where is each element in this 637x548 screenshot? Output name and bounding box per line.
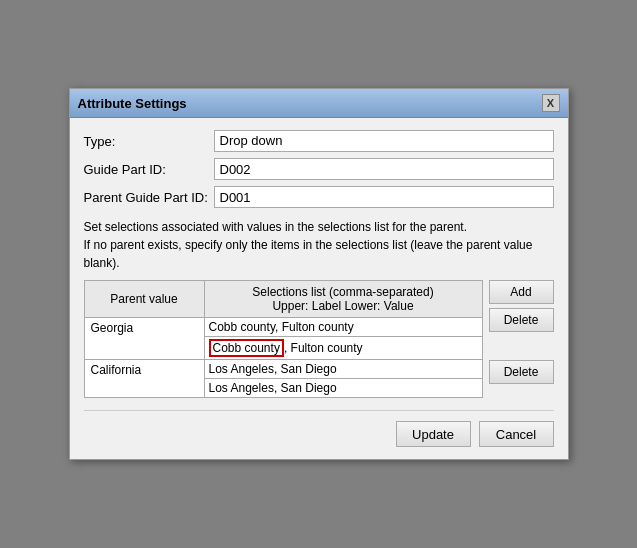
lower-selection-cell[interactable]: Cobb county, Fulton county	[204, 337, 482, 360]
type-label: Type:	[84, 134, 214, 149]
georgia-upper-input[interactable]	[209, 320, 478, 334]
footer: Update Cancel	[70, 411, 568, 459]
table-row: Georgia	[84, 318, 482, 337]
upper-selection-cell[interactable]	[204, 318, 482, 337]
table-container: Parent value Selections list (comma-sepa…	[84, 280, 554, 398]
dialog-title: Attribute Settings	[78, 96, 187, 111]
guide-part-id-input[interactable]	[214, 158, 554, 180]
parent-cell: California	[84, 360, 204, 398]
dialog-body: Type: Drop down Guide Part ID: Parent Gu…	[70, 118, 568, 410]
upper-selection-cell[interactable]	[204, 360, 482, 379]
parent-cell: Georgia	[84, 318, 204, 360]
close-button[interactable]: X	[542, 94, 560, 112]
description: Set selections associated with values in…	[84, 218, 554, 272]
guide-part-id-row: Guide Part ID:	[84, 158, 554, 180]
parent-guide-part-id-label: Parent Guide Part ID:	[84, 190, 214, 205]
title-bar: Attribute Settings X	[70, 89, 568, 118]
selections-table: Parent value Selections list (comma-sepa…	[84, 280, 483, 398]
highlighted-text: Cobb county	[209, 339, 284, 357]
col2-header-line2: Upper: Label Lower: Value	[213, 299, 474, 313]
delete-button-georgia[interactable]: Delete	[489, 308, 554, 332]
california-upper-input[interactable]	[209, 362, 478, 376]
delete-button-california[interactable]: Delete	[489, 360, 554, 384]
type-value: Drop down	[214, 130, 554, 152]
parent-guide-part-id-input[interactable]	[214, 186, 554, 208]
col-selections-header: Selections list (comma-separated) Upper:…	[204, 281, 482, 318]
description-line2: If no parent exists, specify only the it…	[84, 236, 554, 272]
description-line1: Set selections associated with values in…	[84, 218, 554, 236]
col2-header-line1: Selections list (comma-separated)	[213, 285, 474, 299]
col-parent-header: Parent value	[84, 281, 204, 318]
type-row: Type: Drop down	[84, 130, 554, 152]
attribute-settings-dialog: Attribute Settings X Type: Drop down Gui…	[69, 88, 569, 460]
lower-selection-cell[interactable]	[204, 379, 482, 398]
action-buttons: Add Delete Delete	[489, 280, 554, 384]
update-button[interactable]: Update	[396, 421, 471, 447]
cancel-button[interactable]: Cancel	[479, 421, 554, 447]
guide-part-id-label: Guide Part ID:	[84, 162, 214, 177]
table-row: California	[84, 360, 482, 379]
california-lower-input[interactable]	[209, 381, 478, 395]
parent-guide-part-id-row: Parent Guide Part ID:	[84, 186, 554, 208]
lower-text-rest: , Fulton county	[284, 341, 363, 355]
add-button[interactable]: Add	[489, 280, 554, 304]
